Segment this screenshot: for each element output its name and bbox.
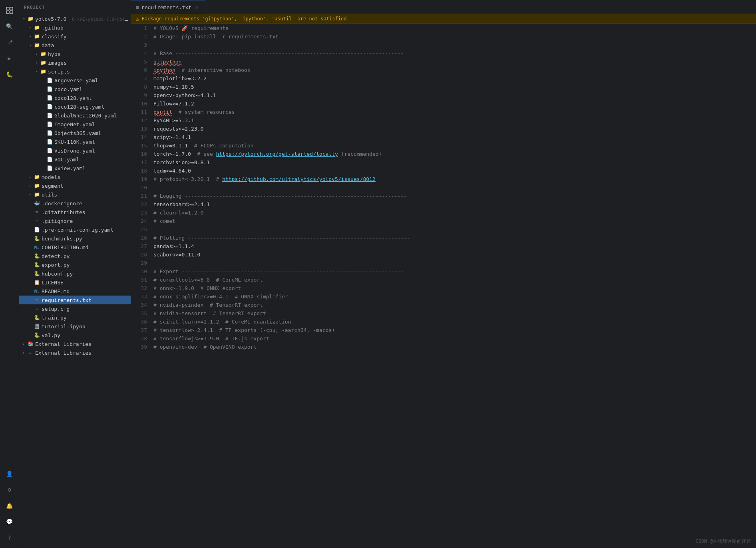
activity-icon-settings[interactable]: ⚙ <box>2 482 17 497</box>
sidebar-item-gitignore[interactable]: ≡ .gitignore <box>19 216 131 225</box>
tree-arrow-images <box>34 60 40 66</box>
tree-label-detect: detect.py <box>42 253 70 259</box>
sidebar-item-hubconf[interactable]: 🐍 hubconf.py <box>19 269 131 278</box>
sidebar-item-detect[interactable]: 🐍 detect.py <box>19 252 131 260</box>
tree-icon-dockerignore: 🐳 <box>34 200 40 206</box>
activity-icon-project[interactable] <box>2 3 17 18</box>
tree-label-readme: README.md <box>42 288 70 294</box>
sidebar-item-train[interactable]: 🐍 train.py <box>19 313 131 322</box>
sidebar-item-precommit[interactable]: 📄 .pre-commit-config.yaml <box>19 225 131 234</box>
tree-label-coco128seg: coco128-seg.yaml <box>54 104 104 110</box>
editor-area[interactable]: 1 2 3 4 5 6 7 8 9 10 11 12 13 14 15 16 1… <box>131 24 756 548</box>
warning-bar: ⚠ Package requirements 'gitpython', 'ipy… <box>131 14 756 24</box>
svg-rect-1 <box>10 7 13 10</box>
tree-label-setup: setup.cfg <box>42 306 70 312</box>
sidebar-item-benchmarks[interactable]: 🐍 benchmarks.py <box>19 234 131 243</box>
tree-label-benchmarks: benchmarks.py <box>42 236 82 242</box>
activity-icon-git[interactable]: ⎇ <box>2 35 17 50</box>
tree-label-train: train.py <box>42 315 67 321</box>
sidebar-item-readme[interactable]: M↓ README.md <box>19 287 131 296</box>
sidebar-item-contributing[interactable]: M↓ CONTRIBUTING.md <box>19 243 131 252</box>
tree-label-gitignore: .gitignore <box>42 218 73 224</box>
tree-label-objects365: Objects365.yaml <box>54 130 101 136</box>
sidebar-item-images[interactable]: 📁 images <box>19 58 131 67</box>
activity-icon-notifications[interactable]: 🔔 <box>2 498 17 513</box>
tree-label-root: yolov5-7.0 C:\AI\yolov5-7.0\yolov5-7.0 <box>35 16 131 22</box>
sidebar-item-utils[interactable]: 📁 utils <box>19 190 131 199</box>
sidebar-item-xview[interactable]: 📄 xView.yaml <box>19 164 131 173</box>
tree-arrow-data <box>27 42 34 48</box>
tree-arrow-scratches <box>21 349 27 356</box>
sidebar-item-argoverse[interactable]: 📄 Argoverse.yaml <box>19 76 131 85</box>
sidebar-item-data[interactable]: 📁 data <box>19 41 131 50</box>
tree-arrow-scripts <box>34 68 40 75</box>
warning-icon: ⚠ <box>136 16 139 22</box>
tree-arrow-github <box>27 24 34 31</box>
sidebar-item-scripts[interactable]: 📁 scripts <box>19 67 131 76</box>
sidebar-item-setup[interactable]: ≡ setup.cfg <box>19 304 131 313</box>
tree-icon-argoverse: 📄 <box>46 77 53 83</box>
tab-close-button[interactable]: ✕ <box>194 4 200 10</box>
tree-icon-scripts: 📁 <box>40 68 46 75</box>
tree-label-extlibs: External Libraries <box>35 341 92 347</box>
tree-icon-precommit: 📄 <box>34 226 40 233</box>
sidebar-item-coco128[interactable]: 📄 coco128.yaml <box>19 93 131 102</box>
tree-icon-voc: 📄 <box>46 156 53 163</box>
activity-icon-find[interactable]: 🔍 <box>2 19 17 34</box>
tree-icon-tutorial: 📓 <box>34 323 40 330</box>
sidebar-item-segment[interactable]: 📁 segment <box>19 181 131 190</box>
tree-icon-classify: 📁 <box>34 33 40 40</box>
tree-label-dockerignore: .dockerignore <box>42 201 82 206</box>
activity-icon-debug[interactable]: 🐛 <box>2 67 17 81</box>
sidebar-item-models[interactable]: 📁 models <box>19 173 131 181</box>
code-content[interactable]: # YOLOv5 🚀 requirements # Usage: pip ins… <box>150 24 756 548</box>
tree-label-val: val.py <box>42 332 60 338</box>
sidebar-item-hyps[interactable]: 📁 hyps <box>19 50 131 58</box>
sidebar-item-imagenet[interactable]: 📄 ImageNet.yaml <box>19 120 131 129</box>
tab-label: requirements.txt <box>141 4 191 10</box>
tree-label-contributing: CONTRIBUTING.md <box>42 244 88 250</box>
sidebar-item-classify[interactable]: 📁 classify <box>19 32 131 41</box>
tree-icon-xview: 📄 <box>46 165 53 171</box>
tree-arrow-classify <box>27 33 34 40</box>
sidebar-item-coco128seg[interactable]: 📄 coco128-seg.yaml <box>19 102 131 111</box>
sidebar-item-requirements[interactable]: ≡ requirements.txt <box>19 296 131 304</box>
activity-icon-run[interactable]: ▶ <box>2 51 17 66</box>
sidebar-header: Project <box>19 0 131 14</box>
tree-arrow-utils <box>27 191 34 198</box>
sidebar-item-tutorial[interactable]: 📓 tutorial.ipynb <box>19 322 131 331</box>
tree-arrow-extlibs <box>21 341 27 347</box>
sidebar-item-dockerignore[interactable]: 🐳 .dockerignore <box>19 199 131 208</box>
sidebar-item-visdrone[interactable]: 📄 VisDrone.yaml <box>19 146 131 155</box>
sidebar-content[interactable]: 📁 yolov5-7.0 C:\AI\yolov5-7.0\yolov5-7.0… <box>19 14 131 548</box>
tree-label-gitattributes: .gitattributes <box>42 209 86 215</box>
tree-icon-gitattributes: ≡ <box>34 209 40 215</box>
tree-icon-val: 🐍 <box>34 332 40 338</box>
svg-rect-0 <box>6 7 9 10</box>
sidebar-item-github[interactable]: 📁 .github <box>19 23 131 32</box>
sidebar-item-scratches[interactable]: ✏ External Libraries <box>19 348 131 357</box>
tree-icon-coco: 📄 <box>46 86 53 92</box>
sidebar-item-export[interactable]: 🐍 export.py <box>19 260 131 269</box>
tree-icon-readme: M↓ <box>34 288 40 294</box>
tree-label-segment: segment <box>42 183 64 189</box>
activity-icon-chat[interactable]: 💬 <box>2 514 17 529</box>
sidebar-item-license[interactable]: 📋 LICENSE <box>19 278 131 287</box>
line-numbers: 1 2 3 4 5 6 7 8 9 10 11 12 13 14 15 16 1… <box>131 24 150 548</box>
sidebar-item-extlibs[interactable]: 📚 External Libraries <box>19 340 131 348</box>
sidebar-item-val[interactable]: 🐍 val.py <box>19 331 131 340</box>
tree-item-root[interactable]: 📁 yolov5-7.0 C:\AI\yolov5-7.0\yolov5-7.0 <box>19 14 131 23</box>
tree-icon-train: 🐍 <box>34 314 40 321</box>
sidebar-item-voc[interactable]: 📄 VOC.yaml <box>19 155 131 164</box>
sidebar-item-gitattributes[interactable]: ≡ .gitattributes <box>19 208 131 216</box>
sidebar-item-objects365[interactable]: 📄 Objects365.yaml <box>19 129 131 137</box>
sidebar-item-coco[interactable]: 📄 coco.yaml <box>19 85 131 93</box>
sidebar-item-sku110k[interactable]: 📄 SKU-110K.yaml <box>19 137 131 146</box>
activity-icon-help[interactable]: ? <box>2 530 17 545</box>
svg-rect-3 <box>10 11 13 14</box>
tree-icon-images: 📁 <box>40 60 46 66</box>
sidebar-item-globalwheat[interactable]: 📄 GlobalWheat2020.yaml <box>19 111 131 120</box>
tab-bar: ≡ requirements.txt ✕ <box>131 0 756 14</box>
activity-icon-avatar[interactable]: 👤 <box>2 467 17 481</box>
tab-requirements[interactable]: ≡ requirements.txt ✕ <box>131 0 205 14</box>
